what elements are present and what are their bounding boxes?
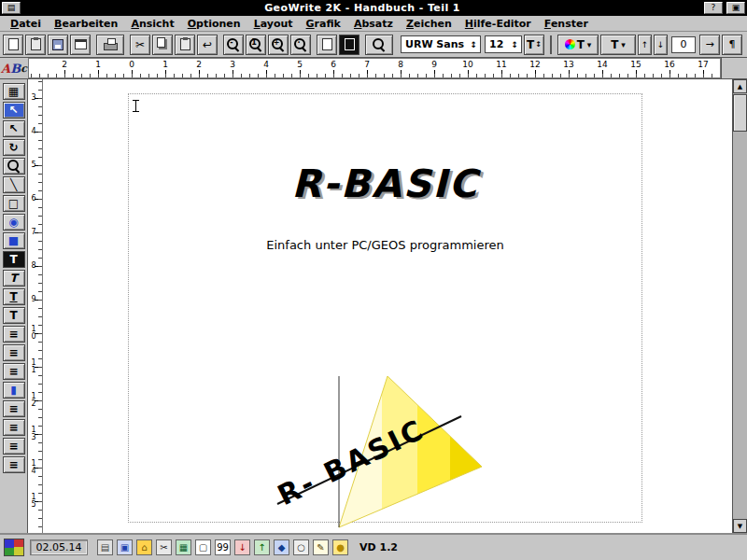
pointer-tool[interactable]: ↖ <box>3 102 25 119</box>
copy-icon <box>157 37 165 48</box>
save-document-button[interactable] <box>48 35 68 55</box>
menu-item-datei[interactable]: Datei <box>4 17 48 31</box>
nudge-down-button[interactable]: ↓ <box>654 35 668 55</box>
restore-button[interactable]: ▣ <box>726 2 745 14</box>
chevron-updown-icon: ↕ <box>535 40 542 49</box>
document-status-icon[interactable]: ▢ <box>195 539 211 555</box>
zoom-out-button[interactable]: - <box>223 35 244 55</box>
open-document-button[interactable] <box>25 35 46 55</box>
document-page[interactable]: R-BASIC Einfach unter PC/GEOS programmie… <box>43 79 732 533</box>
ruler-number: 5 <box>29 161 38 169</box>
scroll-down-button[interactable]: ▼ <box>733 519 747 533</box>
paste-status-icon[interactable]: ▦ <box>176 539 191 555</box>
ruler-number: 9 <box>431 60 437 69</box>
menu-item-fenster[interactable]: Fenster <box>538 17 595 31</box>
ellipse-tool[interactable]: ◉ <box>3 214 25 231</box>
selection-arrow-tool[interactable]: ↖ <box>3 120 25 137</box>
scrollbar-thumb[interactable] <box>733 94 747 132</box>
zoom-in-button[interactable]: + <box>268 35 289 55</box>
close-document-button[interactable] <box>70 35 91 55</box>
new-document-button[interactable] <box>3 35 23 55</box>
print-button[interactable] <box>96 35 124 55</box>
chevron-updown-icon: ↕ <box>511 40 518 49</box>
menu-item-grafik[interactable]: Grafik <box>300 17 347 31</box>
align-left-button[interactable]: ≡ <box>3 326 25 343</box>
tab-marker-button[interactable]: → <box>699 35 720 55</box>
show-paragraph-button[interactable]: ¶ <box>722 35 742 55</box>
zoom-area-button[interactable]: · <box>290 35 311 55</box>
cut-button[interactable]: ✂ <box>130 35 150 55</box>
copy-button[interactable] <box>152 35 173 55</box>
ruler-number: 3 <box>29 94 38 102</box>
scroll-up-button[interactable]: ▲ <box>733 79 747 93</box>
toolbar-group-view <box>317 35 359 55</box>
window-icon <box>75 39 87 49</box>
view-width-button[interactable] <box>317 35 337 55</box>
text-style-button[interactable]: T▾ <box>600 35 636 55</box>
nudge-up-button[interactable]: ↑ <box>638 35 652 55</box>
menu-item-ansicht[interactable]: Ansicht <box>124 17 180 31</box>
status-icon-row: ▤▣⌂✂▦▢99↓↑◆○✎● <box>97 539 348 555</box>
folder-status-icon[interactable]: ⌂ <box>136 539 152 555</box>
network-status-icon[interactable]: ◆ <box>274 539 289 555</box>
horizontal-ruler[interactable]: 2101234567891011121314151617 <box>28 58 721 78</box>
menu-item-hilfe-editor[interactable]: Hilfe-Editor <box>458 17 538 31</box>
align-right-button[interactable]: ≡ <box>3 363 25 380</box>
rotate-tool[interactable]: ↻ <box>3 139 25 156</box>
offset-value-field[interactable]: 0 <box>671 36 696 53</box>
font-selector-value: URW Sans <box>405 38 464 50</box>
menu-item-layout[interactable]: Layout <box>247 17 300 31</box>
toolbar-group-print <box>96 35 124 55</box>
line-spacing-one-half-button[interactable]: ≡ <box>3 419 25 436</box>
text-frame-tool[interactable]: T <box>3 307 25 324</box>
undo-button[interactable]: ↩ <box>197 35 218 55</box>
printer-status-icon[interactable]: ▤ <box>97 539 113 555</box>
alarm-status-icon[interactable]: ● <box>332 539 348 555</box>
fill-color-swatch[interactable]: ▮ <box>3 382 25 399</box>
download-status-icon[interactable]: ↓ <box>234 539 250 555</box>
scissors-icon: ✂ <box>135 39 145 50</box>
text-size-button[interactable]: T↕ <box>524 35 544 55</box>
line-spacing-double-button[interactable]: ≡ <box>3 438 25 455</box>
menu-item-absatz[interactable]: Absatz <box>347 17 400 31</box>
disk-status-icon[interactable]: ▣ <box>117 539 133 555</box>
text-tool[interactable]: T <box>3 251 25 268</box>
rounded-rectangle-tool[interactable]: ■ <box>3 232 25 249</box>
text-underline-tool[interactable]: T <box>3 288 25 305</box>
ruler-number: 6 <box>29 195 38 203</box>
zoom-100-button[interactable]: 1 <box>246 35 266 55</box>
line-spacing-single-button[interactable]: ≡ <box>3 400 25 417</box>
clock-status-icon[interactable]: ○ <box>293 539 309 555</box>
text-color-button[interactable]: T▾ <box>557 35 599 55</box>
paragraph-marks-button[interactable]: ≡ <box>3 456 25 473</box>
search-button[interactable] <box>365 35 393 55</box>
vertical-ruler[interactable]: 3456789101112131415 <box>28 79 43 533</box>
ruler-number: 9 <box>29 296 38 303</box>
menu-item-bearbeiten[interactable]: Bearbeiten <box>48 17 124 31</box>
document-subtitle[interactable]: Einfach unter PC/GEOS programmieren <box>128 238 642 252</box>
express-menu-button[interactable] <box>4 539 24 556</box>
notes-status-icon[interactable]: ✎ <box>313 539 329 555</box>
text-italic-tool[interactable]: T <box>3 270 25 287</box>
bitmap-tool[interactable]: ▦ <box>3 83 25 100</box>
geowrite-logo: ABc <box>0 58 28 78</box>
help-button[interactable]: ? <box>704 2 723 14</box>
menu-item-zeichen[interactable]: Zeichen <box>400 17 458 31</box>
vertical-scrollbar[interactable]: ▲ ▼ <box>732 79 747 533</box>
menu-item-optionen[interactable]: Optionen <box>181 17 247 31</box>
rectangle-tool[interactable]: □ <box>3 195 25 212</box>
font-size-selector[interactable]: 12 ↕ <box>485 35 522 53</box>
triangle-graphic[interactable]: R- BASIC <box>275 371 495 531</box>
line-tool[interactable]: ╲ <box>3 176 25 193</box>
upload-status-icon[interactable]: ↑ <box>254 539 270 555</box>
paste-button[interactable] <box>175 35 195 55</box>
zoom-tool[interactable] <box>3 158 25 175</box>
document-heading[interactable]: R-BASIC <box>128 161 642 206</box>
calculator-status-icon[interactable]: 99 <box>215 539 231 555</box>
align-center-button[interactable]: ≡ <box>3 344 25 361</box>
ruler-number: 10 <box>29 326 38 341</box>
font-selector[interactable]: URW Sans ↕ <box>401 35 481 53</box>
view-page-button[interactable] <box>339 35 359 55</box>
system-menu-button[interactable]: ▤ <box>2 2 21 14</box>
cut-status-icon[interactable]: ✂ <box>156 539 172 555</box>
